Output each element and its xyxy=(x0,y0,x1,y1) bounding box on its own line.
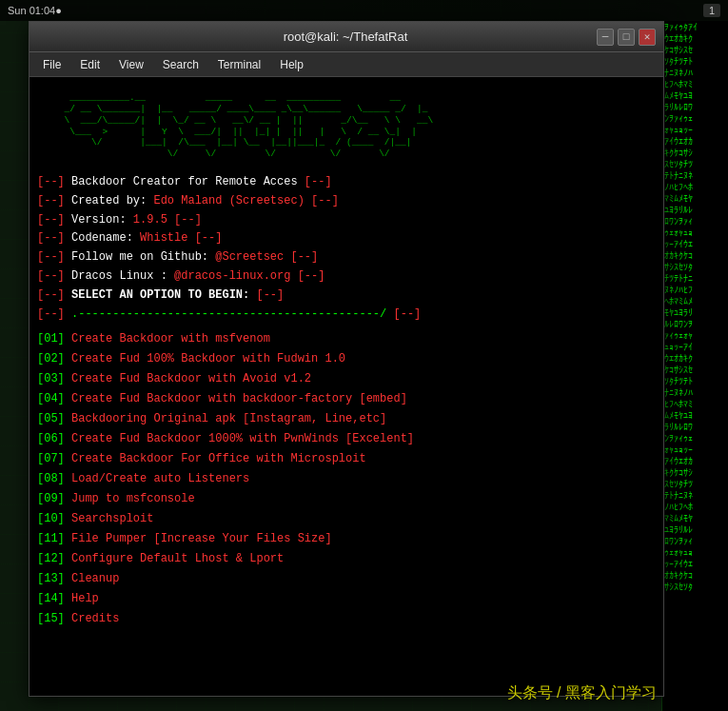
taskbar-workspace: 1 xyxy=(703,4,720,17)
option-14: [14] Help xyxy=(37,589,656,609)
ascii-art-logo: ___________.__ _____ __ __________ __ _/… xyxy=(37,81,656,171)
info-line-8: [--] .----------------------------------… xyxy=(37,306,656,325)
option-13: [13] Cleanup xyxy=(37,569,656,589)
options-section: [01] Create Backdoor with msfvenom [02] … xyxy=(37,329,656,629)
option-8: [08] Load/Create auto Listeners xyxy=(37,469,656,489)
taskbar-time: Sun 01:04● xyxy=(8,5,62,16)
menu-edit[interactable]: Edit xyxy=(70,56,109,73)
option-2: [02] Create Fud 100% Backdoor with Fudwi… xyxy=(37,349,656,369)
title-bar: root@kali: ~/ThefatRat ─ □ ✕ xyxy=(30,22,663,52)
option-1: [01] Create Backdoor with msfvenom xyxy=(37,329,656,349)
window-controls: ─ □ ✕ xyxy=(597,29,656,46)
option-12: [12] Configure Default Lhost & Lport xyxy=(37,549,656,569)
option-3: [03] Create Fud Backdoor with Avoid v1.2 xyxy=(37,369,656,389)
terminal-window: root@kali: ~/ThefatRat ─ □ ✕ File Edit V… xyxy=(29,21,664,697)
option-6: [06] Create Fud Backdoor 1000% with PwnW… xyxy=(37,429,656,449)
info-line-6: [--] Dracos Linux : @dracos-linux.org [-… xyxy=(37,267,656,286)
menu-search[interactable]: Search xyxy=(153,56,208,73)
info-line-4: [--] Codename: Whistle [--] xyxy=(37,229,656,248)
menu-file[interactable]: File xyxy=(33,56,70,73)
option-11: [11] File Pumper [Increase Your Files Si… xyxy=(37,529,656,549)
terminal-content[interactable]: ___________.__ _____ __ __________ __ _/… xyxy=(30,77,663,696)
window-title: root@kali: ~/ThefatRat xyxy=(94,30,597,44)
menu-bar: File Edit View Search Terminal Help xyxy=(30,52,663,77)
info-line-2: [--] Created by: Edo Maland (Screetsec) … xyxy=(37,192,656,211)
option-9: [09] Jump to msfconsole xyxy=(37,489,656,509)
menu-help[interactable]: Help xyxy=(270,56,313,73)
matrix-rain-text: ｦｧｨｩﾀｱｲｳｴｵｶｷｸｹｺｻｼｽｾｿﾀﾁﾂﾃﾄﾅﾆﾇﾈﾉﾊﾋﾌﾍﾎﾏﾐﾑﾒﾓ… xyxy=(662,21,728,596)
option-15: [15] Credits xyxy=(37,609,656,629)
info-section: [--] Backdoor Creator for Remote Acces [… xyxy=(37,173,656,324)
option-10: [10] Searchsploit xyxy=(37,509,656,529)
option-5: [05] Backdooring Original apk [Instagram… xyxy=(37,409,656,429)
close-button[interactable]: ✕ xyxy=(639,29,656,46)
matrix-rain-panel: ｦｧｨｩﾀｱｲｳｴｵｶｷｸｹｺｻｼｽｾｿﾀﾁﾂﾃﾄﾅﾆﾇﾈﾉﾊﾋﾌﾍﾎﾏﾐﾑﾒﾓ… xyxy=(661,21,728,711)
maximize-button[interactable]: □ xyxy=(618,29,635,46)
info-line-3: [--] Version: 1.9.5 [--] xyxy=(37,211,656,230)
info-line-7: [--] SELECT AN OPTION TO BEGIN: [--] xyxy=(37,286,656,306)
menu-terminal[interactable]: Terminal xyxy=(208,56,270,73)
minimize-button[interactable]: ─ xyxy=(597,29,614,46)
option-4: [04] Create Fud Backdoor with backdoor-f… xyxy=(37,389,656,409)
info-line-5: [--] Follow me on Github: @Screetsec [--… xyxy=(37,248,656,267)
taskbar: Sun 01:04● 1 xyxy=(0,0,728,21)
option-7: [07] Create Backdoor For Office with Mic… xyxy=(37,449,656,469)
menu-view[interactable]: View xyxy=(109,56,153,73)
watermark: 头条号 / 黑客入门学习 xyxy=(507,683,657,703)
info-line-1: [--] Backdoor Creator for Remote Acces [… xyxy=(37,173,656,192)
